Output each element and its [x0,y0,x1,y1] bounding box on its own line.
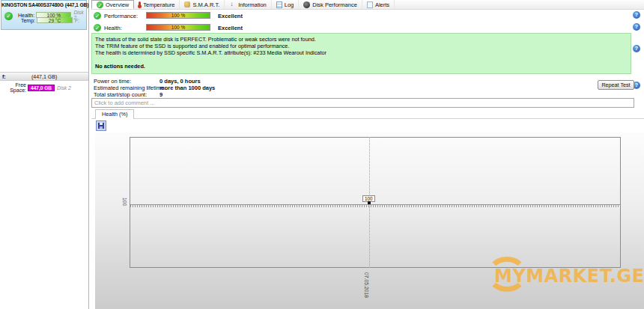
thermometer-icon [139,1,141,7]
tab-label: S.M.A.R.T. [192,1,219,8]
start-stop-value: 9 [160,91,162,98]
tab-information[interactable]: Information [225,0,272,9]
down-arrow-icon [229,1,236,8]
check-circle-icon [94,24,101,31]
health-chart: 100 100 07.05.2018 MYMARKET.GE [95,132,644,309]
temp-label: Temp: [1,18,35,23]
health-row: Health: 100 % Excellent [94,23,408,32]
chart-toolbar [91,118,644,132]
data-point-marker [368,201,371,204]
lifetime-label: Estimated remaining lifetime: [94,85,158,91]
start-stop-label: Total start/stop count: [94,91,158,98]
plot-border [130,137,621,268]
help-icon[interactable] [633,11,640,19]
performance-label: Performance: [104,13,138,19]
performance-row: Performance: 100 % Excellent [94,11,408,20]
tab-log[interactable]: Log [272,0,300,9]
lifetime-row: Estimated remaining lifetime: more than … [94,85,215,91]
status-line: The health is determined by SSD specific… [95,49,631,56]
help-icon[interactable] [633,23,640,31]
performance-rating: Excellent [218,13,243,19]
disk-sidebar: KINGSTON SA400S37480G (447,1 GB) Health:… [0,0,89,309]
tab-label: Overview [106,1,129,8]
y-axis-tick-label: 100 [122,198,127,206]
drive-letter-label: F: [75,18,79,23]
status-line: The status of the solid state disk is PE… [95,36,631,43]
status-no-actions: No actions needed. [95,63,631,70]
axis-minor-ticks [130,205,620,207]
partition-disk-number: Disk 2 [57,85,71,91]
free-space-bar: 447,0 GB [28,85,55,91]
main-panel: Overview Temperature S.M.A.R.T. Informat… [91,0,644,309]
watermark-text: MYMARKET.GE [494,266,644,287]
tab-bar: Overview Temperature S.M.A.R.T. Informat… [91,0,644,10]
tab-disk-performance[interactable]: Disk Performance [299,0,362,9]
partition-letter: f: [2,73,6,81]
power-on-label: Power on time: [94,78,158,85]
disk-title: KINGSTON SA400S37480G (447,1 GB) [1,1,86,7]
health-rating: Excellent [218,25,243,31]
health-label: Health: [104,25,122,31]
help-icon[interactable] [633,45,640,52]
power-on-value: 0 days, 0 hours [160,78,201,85]
sidebar-item-disk[interactable]: KINGSTON SA400S37480G (447,1 GB) Health:… [1,0,87,30]
lifetime-value: more than 1000 days [160,85,215,91]
free-space-row: Free Space: 447,0 GB Disk 2 [0,82,88,93]
start-stop-row: Total start/stop count: 9 [94,91,162,98]
repeat-test-button[interactable]: Repeat Test [598,80,634,90]
smart-icon [184,1,190,7]
power-on-row: Power on time: 0 days, 0 hours [94,78,201,85]
tab-label: Alerts [375,1,389,8]
performance-bar: 100 % [146,12,210,19]
tab-overview[interactable]: Overview [91,0,134,9]
tab-label: Log [285,1,294,8]
tab-smart[interactable]: S.M.A.R.T. [180,0,225,9]
alerts-icon [367,1,373,8]
free-space-label: Free Space: [0,82,26,93]
hard-disk-sentinel-window: KINGSTON SA400S37480G (447,1 GB) Health:… [0,0,644,309]
x-axis-date-label: 07.05.2018 [364,272,369,298]
check-circle-icon [97,1,103,8]
tab-temperature[interactable]: Temperature [134,0,180,9]
check-circle-icon [94,12,101,19]
log-icon [276,1,282,8]
chart-tab-health[interactable]: Health (%) [95,109,134,119]
comment-input[interactable] [91,98,634,108]
temp-mini-bar: 29 °C [37,17,73,23]
tab-label: Disk Performance [312,1,357,8]
tab-label: Information [238,1,267,8]
health-bar: 100 % [146,24,210,31]
save-icon [98,123,104,129]
status-text-box: The status of the solid state disk is PE… [91,33,631,74]
save-chart-button[interactable] [96,120,106,131]
partition-size: (447,1 GB) [31,73,57,81]
status-line: The TRIM feature of the SSD is supported… [95,43,631,49]
disk-icon [303,1,310,8]
chart-panel: Health (%) 100 100 07.05.2018 MYMARKET.G… [91,108,644,309]
disk-temp-row: Temp: 29 °C F: [1,17,88,23]
tab-alerts[interactable]: Alerts [362,0,395,9]
tab-label: Temperature [143,1,174,8]
partition-header[interactable]: f: (447,1 GB) [0,72,88,81]
